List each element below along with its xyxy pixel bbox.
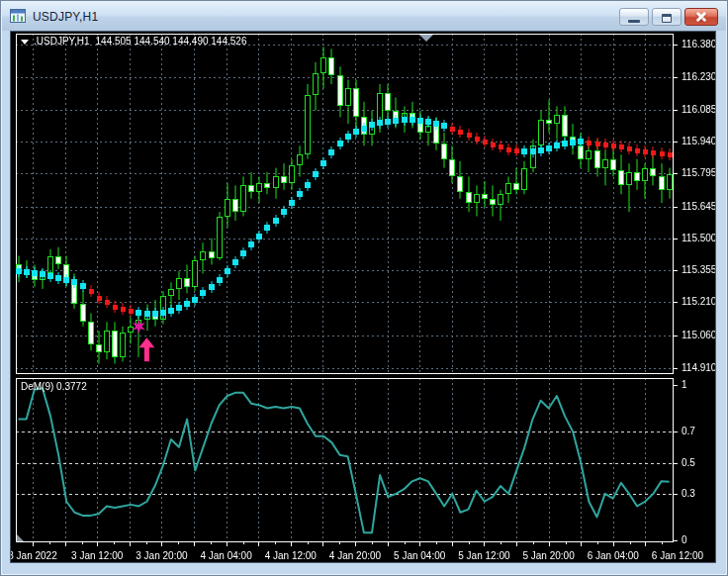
restore-icon xyxy=(662,14,672,23)
close-button[interactable] xyxy=(684,8,718,26)
symbol-label: .USDJPY,H1 xyxy=(34,36,90,48)
minimize-icon xyxy=(628,20,640,23)
indicator-label: DeM(9) 0.3772 xyxy=(21,381,87,393)
symbol-ohlc-quote: 144.505 144.540 144.490 144.526 xyxy=(96,36,247,48)
chart-client-area: .USDJPY,H1 144.505 144.540 144.490 144.5… xyxy=(10,31,716,563)
window-title: USDJPY,H1 xyxy=(33,10,98,24)
close-icon xyxy=(685,9,717,25)
symbol-dropdown-icon[interactable] xyxy=(21,40,29,45)
minimize-button[interactable] xyxy=(619,8,649,26)
chart-window: USDJPY,H1 .USDJPY,H1 144.505 144.540 144… xyxy=(0,0,728,576)
price-chart-canvas[interactable] xyxy=(11,32,715,562)
window-controls xyxy=(619,8,718,26)
titlebar[interactable]: USDJPY,H1 xyxy=(2,2,726,31)
symbol-header[interactable]: .USDJPY,H1 144.505 144.540 144.490 144.5… xyxy=(21,36,246,48)
chart-window-icon xyxy=(10,9,27,24)
restore-button[interactable] xyxy=(652,8,682,26)
